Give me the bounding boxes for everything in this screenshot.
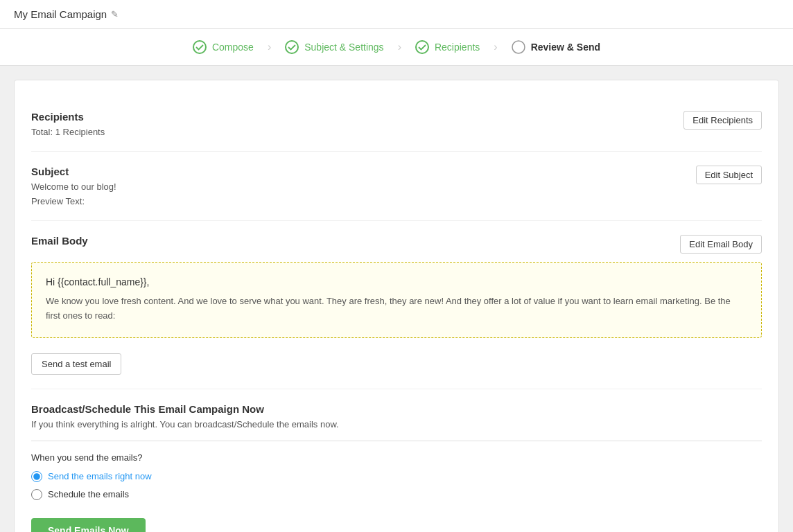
- campaign-title-area: My Email Campaign ✎: [14, 8, 119, 20]
- subject-step-icon: [285, 40, 299, 54]
- edit-subject-button[interactable]: Edit Subject: [696, 166, 762, 184]
- step-review-send[interactable]: Review & Send: [512, 40, 600, 54]
- separator-1: ›: [268, 41, 271, 53]
- svg-point-0: [193, 41, 206, 53]
- main-content: Recipients Total: 1 Recipients Edit Reci…: [0, 66, 793, 532]
- svg-point-2: [416, 41, 428, 53]
- email-greeting: Hi {{contact.full_name}},: [46, 276, 747, 287]
- subject-section-header: Subject Welcome to our blog! Preview Tex…: [31, 166, 762, 206]
- step-compose[interactable]: Compose: [193, 40, 254, 54]
- email-body-section: Email Body Edit Email Body Hi {{contact.…: [31, 221, 762, 389]
- email-body-text: We know you love fresh content. And we l…: [46, 294, 747, 323]
- broadcast-section: Broadcast/Schedule This Email Campaign N…: [31, 389, 762, 532]
- subject-info: Subject Welcome to our blog! Preview Tex…: [31, 166, 116, 206]
- review-step-label: Review & Send: [531, 42, 600, 53]
- email-body-section-header: Email Body Edit Email Body: [31, 235, 762, 254]
- svg-point-1: [286, 41, 298, 53]
- subject-step-label: Subject & Settings: [304, 42, 383, 53]
- send-now-label: Send the emails right now: [48, 471, 152, 481]
- preview-text-label: Preview Text:: [31, 196, 116, 206]
- recipients-section-header: Recipients Total: 1 Recipients Edit Reci…: [31, 111, 762, 137]
- subject-section-title: Subject: [31, 166, 116, 177]
- stepper: Compose › Subject & Settings › Recipient…: [0, 29, 793, 66]
- send-emails-now-button[interactable]: Send Emails Now: [31, 518, 146, 532]
- review-step-icon: [512, 40, 525, 54]
- broadcast-title: Broadcast/Schedule This Email Campaign N…: [31, 403, 762, 415]
- recipients-step-label: Recipients: [435, 42, 480, 53]
- schedule-question: When you send the emails?: [31, 452, 762, 463]
- subject-value: Welcome to our blog!: [31, 181, 116, 192]
- schedule-option[interactable]: Schedule the emails: [31, 489, 762, 500]
- separator-3: ›: [494, 41, 497, 53]
- send-now-radio[interactable]: [31, 471, 42, 482]
- step-recipients[interactable]: Recipients: [415, 40, 480, 54]
- recipients-info: Recipients Total: 1 Recipients: [31, 111, 105, 137]
- recipients-step-icon: [415, 40, 429, 54]
- edit-title-icon[interactable]: ✎: [111, 9, 119, 19]
- subject-section: Subject Welcome to our blog! Preview Tex…: [31, 152, 762, 221]
- email-body-section-title: Email Body: [31, 235, 88, 247]
- send-now-option[interactable]: Send the emails right now: [31, 471, 762, 482]
- recipients-section: Recipients Total: 1 Recipients Edit Reci…: [31, 97, 762, 152]
- broadcast-description: If you think everything is alright. You …: [31, 419, 762, 429]
- campaign-title: My Email Campaign: [14, 8, 107, 20]
- top-bar: My Email Campaign ✎: [0, 0, 793, 29]
- edit-email-body-button[interactable]: Edit Email Body: [680, 235, 762, 254]
- separator-2: ›: [398, 41, 401, 53]
- compose-step-icon: [193, 40, 207, 54]
- edit-recipients-button[interactable]: Edit Recipients: [683, 111, 762, 130]
- review-card: Recipients Total: 1 Recipients Edit Reci…: [14, 80, 779, 532]
- compose-step-label: Compose: [212, 42, 254, 53]
- email-body-preview: Hi {{contact.full_name}}, We know you lo…: [31, 262, 762, 338]
- send-test-email-button[interactable]: Send a test email: [31, 353, 121, 375]
- broadcast-divider: [31, 441, 762, 441]
- schedule-label: Schedule the emails: [48, 489, 129, 499]
- svg-point-3: [512, 41, 525, 53]
- schedule-radio[interactable]: [31, 489, 42, 500]
- recipients-section-title: Recipients: [31, 111, 105, 123]
- recipients-total: Total: 1 Recipients: [31, 127, 105, 137]
- step-subject-settings[interactable]: Subject & Settings: [285, 40, 383, 54]
